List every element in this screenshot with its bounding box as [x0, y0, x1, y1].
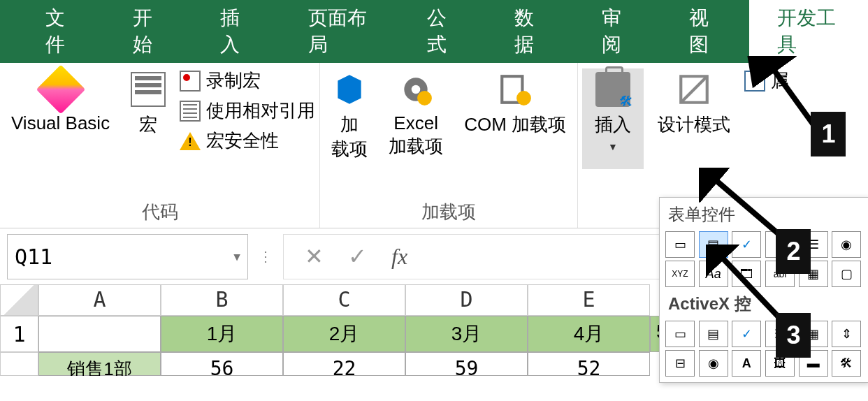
- column-header-b[interactable]: B: [161, 284, 283, 316]
- visual-basic-label: Visual Basic: [11, 112, 110, 134]
- svg-line-11: [709, 175, 783, 238]
- record-macro-label: 录制宏: [206, 68, 261, 93]
- name-box-value: Q11: [15, 245, 52, 269]
- svg-line-13: [716, 251, 783, 321]
- svg-point-2: [412, 85, 421, 94]
- cell-a2[interactable]: 销售1部: [38, 352, 161, 376]
- chevron-down-icon[interactable]: ▼: [233, 250, 240, 263]
- annotation-arrow-1: [702, 56, 821, 140]
- select-all-corner[interactable]: [0, 284, 38, 316]
- svg-marker-0: [338, 75, 361, 104]
- svg-line-9: [769, 63, 814, 126]
- cell-d1[interactable]: 3月: [405, 316, 528, 352]
- svg-point-5: [516, 91, 531, 105]
- tab-developer[interactable]: 开发工具: [749, 0, 868, 63]
- tab-page-layout[interactable]: 页面布局: [280, 0, 399, 63]
- ribbon-tab-bar: 文件 开始 插入 页面布局 公式 数据 审阅 视图 开发工具: [0, 0, 868, 63]
- button-activex[interactable]: ▭: [665, 321, 695, 347]
- frame-form-control[interactable]: ▢: [832, 261, 861, 287]
- addins-button[interactable]: 加 载项: [324, 68, 375, 165]
- tab-insert[interactable]: 插入: [192, 0, 280, 63]
- cell-b2[interactable]: 56: [161, 352, 283, 376]
- visual-basic-button[interactable]: Visual Basic: [4, 68, 117, 138]
- insert-control-button[interactable]: 插入 ▼: [582, 68, 644, 169]
- relative-reference-icon: [180, 101, 201, 122]
- tab-file[interactable]: 文件: [17, 0, 105, 63]
- cell-b1[interactable]: 1月: [161, 316, 283, 352]
- code-group-label: 代码: [142, 200, 178, 224]
- row-header-1[interactable]: 1: [0, 316, 38, 352]
- visual-basic-icon: [36, 65, 85, 115]
- macros-label: 宏: [139, 112, 157, 137]
- formula-bar-separator: ⋮: [255, 248, 276, 265]
- annotation-marker-3: 3: [776, 313, 811, 358]
- scroll-activex[interactable]: ⇕: [832, 321, 861, 347]
- cell-e1[interactable]: 4月: [528, 316, 650, 352]
- excel-addins-label: Excel 加载项: [389, 112, 443, 159]
- annotation-marker-1: 1: [811, 112, 846, 156]
- option-activex[interactable]: ◉: [699, 350, 728, 377]
- more-activex[interactable]: 🛠: [832, 350, 861, 377]
- macro-security-button[interactable]: 宏安全性: [180, 129, 315, 153]
- addins-icon: [332, 72, 367, 107]
- chevron-down-icon: ▼: [608, 141, 618, 152]
- cell-c2[interactable]: 22: [283, 352, 405, 376]
- addins-label: 加 载项: [331, 112, 368, 161]
- cell-e2[interactable]: 52: [528, 352, 650, 376]
- cell-d2[interactable]: 59: [405, 352, 528, 376]
- addins-group-label: 加载项: [421, 200, 476, 224]
- ribbon-group-addins: 加 载项 Excel 加载项 COM 加载项 加载项: [320, 63, 578, 228]
- record-macro-icon: [180, 71, 201, 92]
- column-header-d[interactable]: D: [405, 284, 528, 316]
- enter-icon[interactable]: ✓: [348, 243, 367, 270]
- relative-reference-label: 使用相对引用: [206, 99, 315, 123]
- relative-reference-button[interactable]: 使用相对引用: [180, 99, 315, 123]
- tab-view[interactable]: 视图: [661, 0, 748, 63]
- fx-button[interactable]: fx: [391, 244, 407, 270]
- tab-data[interactable]: 数据: [486, 0, 574, 63]
- svg-point-3: [417, 91, 432, 105]
- excel-addins-button[interactable]: Excel 加载项: [382, 68, 450, 162]
- cell-c1[interactable]: 2月: [283, 316, 405, 352]
- macro-security-label: 宏安全性: [206, 129, 279, 153]
- label-activex[interactable]: A: [732, 350, 761, 377]
- com-addins-icon: [498, 72, 533, 107]
- briefcase-icon: [595, 72, 630, 107]
- com-addins-label: COM 加载项: [464, 112, 566, 137]
- com-addins-button[interactable]: COM 加载项: [457, 68, 573, 140]
- tab-formulas[interactable]: 公式: [399, 0, 486, 63]
- annotation-marker-2: 2: [776, 229, 811, 274]
- spin-activex[interactable]: ⊟: [665, 350, 695, 377]
- button-form-control[interactable]: ▭: [665, 231, 695, 258]
- cancel-icon[interactable]: ✕: [305, 243, 324, 270]
- excel-addins-icon: [398, 72, 433, 107]
- column-header-a[interactable]: A: [38, 284, 161, 316]
- insert-control-label: 插入: [595, 112, 631, 137]
- column-header-c[interactable]: C: [283, 284, 405, 316]
- label-form-control[interactable]: XYZ: [665, 261, 695, 287]
- row-header-2[interactable]: [0, 352, 38, 376]
- macros-icon: [131, 72, 166, 107]
- macros-button[interactable]: 宏: [124, 68, 173, 140]
- cell-a1[interactable]: [38, 316, 161, 352]
- column-header-e[interactable]: E: [528, 284, 650, 316]
- ribbon-group-code: Visual Basic 宏 录制宏 使用相对引用 宏安全性: [0, 63, 320, 228]
- record-macro-button[interactable]: 录制宏: [180, 68, 315, 93]
- warning-icon: [180, 132, 201, 150]
- option-form-control[interactable]: ◉: [832, 231, 861, 258]
- tab-home[interactable]: 开始: [105, 0, 192, 63]
- name-box[interactable]: Q11 ▼: [7, 234, 248, 279]
- tab-review[interactable]: 审阅: [574, 0, 661, 63]
